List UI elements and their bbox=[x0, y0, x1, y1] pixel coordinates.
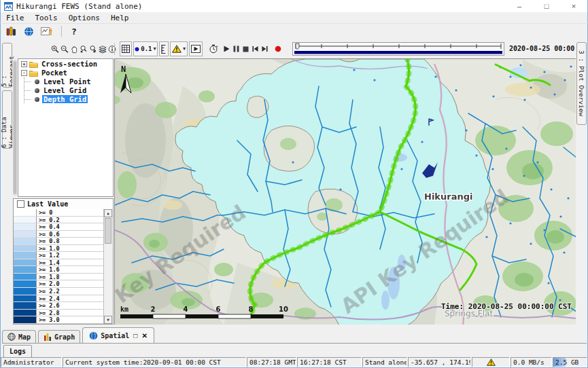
spatial-map[interactable]: API Key Required API Key Required Hikura… bbox=[114, 58, 576, 325]
label-hikurangi: Hikurangi bbox=[424, 191, 472, 202]
tab-spatial[interactable]: Spatial □ ✕ bbox=[82, 327, 154, 343]
archive-bars-icon[interactable] bbox=[3, 24, 18, 39]
help-icon[interactable]: ? bbox=[67, 24, 82, 39]
tab-graph[interactable]: Graph bbox=[38, 330, 80, 343]
zoom-out-icon[interactable] bbox=[60, 41, 69, 56]
status-bar: Administrator Current system time:2020-0… bbox=[0, 357, 588, 368]
globe-icon[interactable] bbox=[21, 24, 36, 39]
info-icon[interactable] bbox=[107, 41, 117, 56]
legend-row: >= 2.4 bbox=[14, 295, 104, 303]
menu-tools[interactable]: Tools bbox=[30, 14, 63, 22]
layer-bullet-icon bbox=[35, 97, 39, 102]
legend-label: >= 1.2 bbox=[37, 252, 104, 259]
legend-row: >= 3.0 bbox=[14, 316, 104, 324]
contour-interval-dropdown[interactable]: 0.1 ▼ bbox=[133, 41, 158, 56]
menu-file[interactable]: File bbox=[1, 14, 30, 22]
grid-display-icon[interactable] bbox=[39, 24, 54, 39]
legend-row: >= 2.2 bbox=[14, 288, 104, 295]
legend-swatch bbox=[14, 217, 37, 224]
play-icon[interactable] bbox=[223, 41, 230, 56]
scale-bar-icon[interactable] bbox=[159, 41, 169, 56]
stop-icon[interactable] bbox=[242, 41, 249, 56]
expander-icon[interactable]: + bbox=[21, 61, 27, 67]
app-icon bbox=[4, 2, 13, 11]
tree-connector bbox=[24, 86, 35, 94]
legend-scrollbar[interactable]: ▲ ▼ bbox=[103, 209, 113, 324]
last-value-checkbox[interactable] bbox=[17, 200, 24, 208]
legend-row: >= 0.8 bbox=[14, 238, 104, 245]
pause-icon[interactable] bbox=[232, 41, 240, 56]
legend-label: >= 1.6 bbox=[37, 266, 104, 274]
status-memory[interactable]: 2.5 GB bbox=[553, 357, 587, 367]
step-back-icon[interactable] bbox=[252, 41, 259, 56]
tree-scrollbar[interactable] bbox=[13, 60, 17, 196]
tab-plot-overview[interactable]: 3 : Plot Overview bbox=[576, 42, 587, 125]
maximize-icon[interactable]: □ bbox=[533, 2, 560, 10]
menu-help[interactable]: Help bbox=[105, 14, 135, 22]
map-globe-icon bbox=[7, 333, 16, 341]
legend-row: >= 2.0 bbox=[14, 280, 104, 288]
record-icon[interactable] bbox=[274, 41, 282, 56]
left-tab-strip: 5 : Forecast 6 : Data Viewer bbox=[0, 39, 12, 325]
svg-text:km: km bbox=[120, 306, 128, 313]
legend-title: Last Value bbox=[27, 200, 68, 208]
legend-row: >= 2.6 bbox=[14, 302, 104, 310]
tree-item-level-grid[interactable]: Level Grid bbox=[18, 86, 113, 94]
legend-row: >= 0.2 bbox=[14, 217, 104, 224]
timeline-slider[interactable] bbox=[292, 42, 504, 56]
zoom-in-icon[interactable] bbox=[50, 41, 60, 56]
legend-row: >= 0 bbox=[14, 209, 104, 217]
legend-swatch bbox=[14, 223, 37, 231]
legend-swatch bbox=[14, 209, 37, 217]
animation-clock-icon[interactable] bbox=[208, 41, 219, 56]
tab-maximize-icon[interactable]: □ bbox=[133, 332, 137, 339]
warning-dropdown[interactable]: ▼ bbox=[170, 41, 188, 56]
legend-label: >= 2.8 bbox=[37, 310, 104, 317]
legend-swatch bbox=[14, 295, 37, 303]
scroll-down-icon[interactable]: ▼ bbox=[104, 316, 112, 324]
tree-item-cross-section[interactable]: + Cross-section bbox=[18, 60, 113, 68]
zoom-previous-icon[interactable] bbox=[79, 41, 88, 56]
tab-data-viewer[interactable]: 6 : Data Viewer bbox=[2, 90, 12, 149]
map-time-label: Time: 2020-08-25 00:00:00 CST bbox=[441, 302, 572, 311]
grid-overlay-icon[interactable] bbox=[120, 41, 132, 56]
tree-item-pocket[interactable]: - Pocket bbox=[18, 69, 113, 77]
tab-forecast[interactable]: 5 : Forecast bbox=[2, 43, 12, 88]
legend-label: >= 0 bbox=[37, 209, 104, 217]
legend-row: >= 0.6 bbox=[14, 231, 104, 238]
pan-hand-icon[interactable] bbox=[69, 41, 79, 56]
legend-swatch bbox=[14, 288, 37, 295]
close-icon[interactable]: × bbox=[560, 2, 587, 10]
tab-close-icon[interactable]: ✕ bbox=[141, 332, 147, 339]
animation-window-icon[interactable] bbox=[189, 41, 203, 56]
logs-button[interactable]: Logs bbox=[3, 345, 32, 358]
legend-swatch bbox=[14, 252, 37, 259]
legend-rows: >= 0 >= 0.2 >= 0.4 >= 0.6 >= 0.8 >= 1.0 … bbox=[14, 209, 104, 324]
main-toolbar: ? bbox=[0, 24, 588, 39]
status-warning-cell[interactable] bbox=[472, 357, 510, 367]
tree-item-depth-grid[interactable]: Depth Grid bbox=[18, 95, 113, 103]
legend-swatch bbox=[14, 245, 37, 253]
status-download-speed: 0.0 MB/s bbox=[511, 357, 552, 367]
legend-panel: Last Value >= 0 >= 0.2 >= 0.4 >= 0.6 >= … bbox=[13, 198, 114, 325]
legend-row: >= 1.2 bbox=[14, 252, 104, 259]
document-tabs: Map Graph Spatial □ ✕ bbox=[2, 327, 587, 344]
legend-row: >= 1.4 bbox=[14, 259, 104, 267]
scroll-up-icon[interactable]: ▲ bbox=[104, 209, 112, 217]
folder-icon bbox=[29, 69, 38, 77]
expander-icon[interactable]: - bbox=[21, 70, 27, 76]
step-forward-icon[interactable] bbox=[261, 41, 269, 56]
legend-label: >= 2.6 bbox=[37, 302, 104, 310]
tab-map[interactable]: Map bbox=[2, 330, 36, 343]
chevron-down-icon: ▼ bbox=[154, 46, 156, 52]
map-canvas[interactable]: API Key Required API Key Required Hikura… bbox=[115, 59, 576, 325]
layers-icon[interactable] bbox=[98, 41, 107, 56]
zoom-next-icon[interactable] bbox=[88, 41, 98, 56]
spatial-globe-icon bbox=[89, 331, 98, 340]
tree-item-level-point[interactable]: Level Point bbox=[18, 77, 113, 86]
menu-options[interactable]: Options bbox=[63, 14, 105, 22]
minimize-icon[interactable]: – bbox=[506, 2, 533, 10]
tree-connector bbox=[24, 77, 35, 86]
legend-label: >= 2.2 bbox=[37, 288, 104, 295]
status-coordinates: -35.657 , 174.199 bbox=[408, 357, 471, 367]
